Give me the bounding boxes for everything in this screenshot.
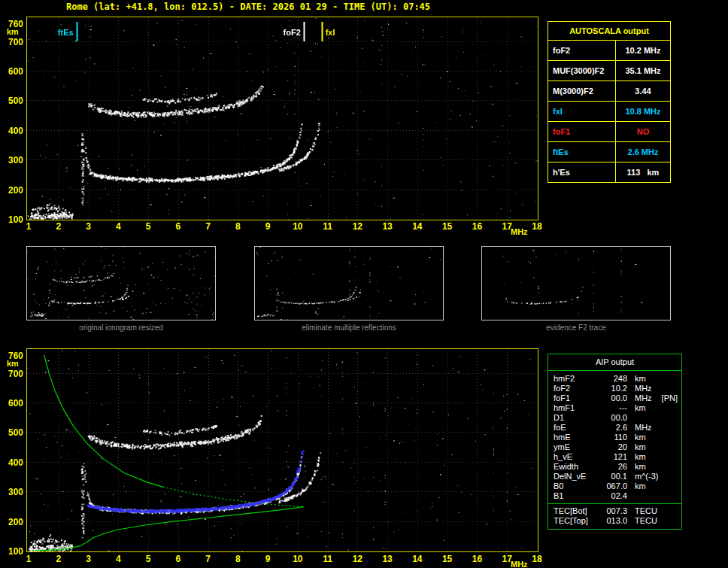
autoscala-row-value: NO (616, 122, 670, 141)
autoscala-table-header: AUTOSCALA output (548, 22, 670, 41)
autoscala-row-value: 10.8 MHz (616, 102, 670, 121)
x-axis-tick: 2 (47, 221, 70, 232)
y-axis-tick: 600 (0, 66, 23, 77)
aip-unit (627, 413, 635, 423)
aip-unit: km (627, 462, 646, 472)
aip-value: 00.1 (599, 472, 627, 481)
autoscala-row-h'Es: h'Es113 km (548, 163, 670, 182)
x-axis-tick: 13 (376, 221, 399, 232)
x-axis-tick: 4 (107, 221, 129, 232)
aip-value: 26 (599, 462, 627, 472)
x-axis-tick: 15 (436, 221, 459, 232)
panel-eliminate-multiples (254, 246, 444, 320)
aip-unit: km (627, 452, 646, 462)
aip-unit: km (627, 442, 646, 452)
aip-table-header: AIP output (548, 354, 681, 371)
aip-note (646, 433, 681, 442)
aip-label: Ewidth (548, 462, 599, 472)
aip-unit (627, 491, 635, 501)
aip-value: 121 (599, 452, 627, 462)
aip-unit: km (627, 403, 646, 413)
aip-unit: TECU (627, 506, 657, 516)
aip-value: 00.0 (599, 413, 627, 423)
station-date-header: Rome (lat: +41.8, lon: 012.5) - DATE: 20… (66, 2, 430, 12)
autoscala-row-foF1: foF1NO (548, 122, 670, 142)
aip-note (657, 516, 681, 526)
autoscala-row-MUF(3000)F2: MUF(3000)F235.1 MHz (548, 61, 670, 81)
aip-note (646, 403, 681, 413)
aip-row-ymE: ymE20km (548, 442, 681, 452)
aip-label: ymE (548, 442, 599, 452)
y-axis-tick: 600 (0, 398, 23, 409)
x-axis-tick: 5 (137, 554, 159, 564)
x-axis-tick: 18 (526, 554, 548, 564)
marker-label-ftEs: ftEs (29, 28, 74, 37)
autoscala-row-M(3000)F2: M(3000)F23.44 (548, 81, 670, 102)
aip-row-hmE: hmE110km (548, 433, 681, 442)
autoscala-row-value: 10.2 MHz (616, 41, 670, 60)
panel-evidence-f2 (481, 246, 671, 320)
autoscala-row-ftEs: ftEs2.6 MHz (548, 142, 670, 163)
aip-row-h_vE: h_vE121km (548, 452, 681, 462)
aip-label: hmF1 (548, 403, 599, 413)
y-axis-tick: 300 (0, 487, 23, 497)
x-axis-tick: 10 (287, 554, 309, 564)
panel-original-ionogram (26, 246, 216, 320)
panel-label-original: original ionogram resized (26, 323, 216, 332)
aip-row-hmF2: hmF2248km (548, 374, 681, 384)
x-axis-tick: 14 (406, 221, 429, 232)
x-axis-tick: 7 (197, 221, 220, 232)
bottom-ionogram-canvas (27, 349, 538, 551)
x-axis-tick: 11 (317, 554, 339, 564)
aip-note (646, 452, 681, 462)
autoscala-row-label: fxI (548, 102, 616, 121)
x-axis-tick: 1 (17, 221, 40, 232)
x-axis-tick: 16 (466, 221, 488, 232)
aip-value: 10.2 (599, 384, 627, 393)
aip-label: DelN_vE (548, 472, 599, 481)
aip-row-DelN_vE: DelN_vE00.1m^(-3) (548, 472, 681, 481)
aip-value: 007.3 (599, 506, 627, 516)
aip-note (646, 481, 681, 491)
aip-value: 110 (599, 433, 627, 442)
aip-value: 00.0 (599, 393, 627, 403)
aip-value: 2.6 (599, 423, 627, 433)
aip-note (652, 384, 681, 393)
autoscala-row-foF2: foF210.2 MHz (548, 41, 670, 61)
aip-value: 20 (599, 442, 627, 452)
x-axis-tick: 12 (346, 221, 369, 232)
aip-table-body: hmF2248kmfoF210.2MHzfoF100.0MHz[PN]hmF1-… (548, 371, 681, 503)
x-axis-unit: MHz (511, 227, 528, 236)
x-axis-tick: 3 (77, 554, 100, 564)
aip-note (646, 442, 681, 452)
aip-row-foF1: foF100.0MHz[PN] (548, 393, 681, 403)
x-axis-tick: 11 (317, 221, 339, 232)
x-axis-tick: 7 (197, 554, 220, 564)
aip-label: B1 (548, 491, 599, 501)
aip-note (646, 462, 681, 472)
aip-label: D1 (548, 413, 599, 423)
aip-row-foE: foE2.6MHz (548, 423, 681, 433)
autoscala-row-value: 2.6 MHz (616, 142, 670, 162)
bottom-ionogram-plot (26, 348, 538, 552)
x-axis-tick: 8 (226, 221, 249, 232)
autoscala-row-label: foF1 (548, 122, 616, 141)
aip-value: 013.0 (599, 516, 627, 526)
aip-note (646, 374, 681, 384)
aip-row-B0: B0067.0km (548, 481, 681, 491)
x-axis-tick: 16 (466, 554, 488, 564)
autoscala-window: Rome (lat: +41.8, lon: 012.5) - DATE: 20… (0, 0, 728, 568)
autoscala-row-label: M(3000)F2 (548, 81, 616, 101)
autoscala-row-value: 3.44 (616, 81, 670, 101)
autoscala-row-label: ftEs (548, 142, 616, 162)
aip-unit: MHz (627, 393, 652, 403)
aip-unit: km (627, 433, 646, 442)
autoscala-output-table: AUTOSCALA output foF210.2 MHzMUF(3000)F2… (548, 21, 671, 183)
aip-note (652, 423, 681, 433)
aip-note (658, 472, 681, 481)
aip-value: 067.0 (599, 481, 627, 491)
aip-row-foF2: foF210.2MHz (548, 384, 681, 393)
aip-label: hmF2 (548, 374, 599, 384)
aip-value: --- (599, 403, 627, 413)
marker-label-foF2: foF2 (256, 28, 301, 37)
